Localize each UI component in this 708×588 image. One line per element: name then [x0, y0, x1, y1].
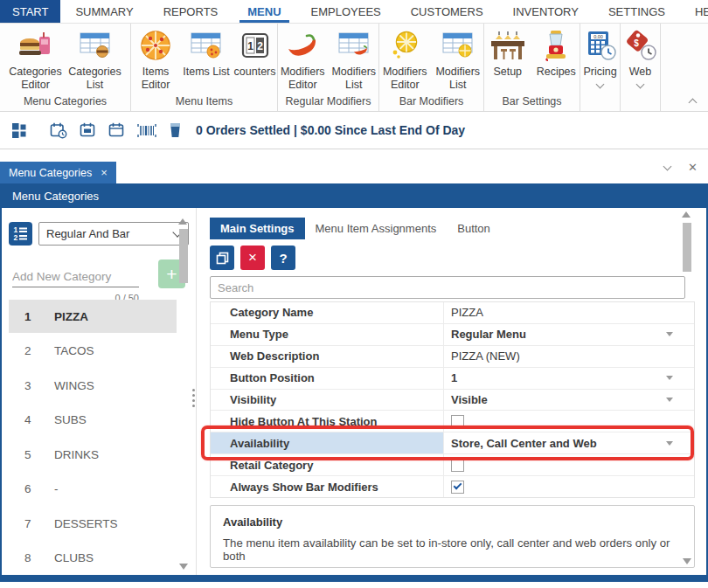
numbered-list-icon[interactable]: 12	[9, 222, 32, 246]
dropdown-arrow-icon[interactable]	[666, 332, 673, 336]
chevron-down-icon[interactable]	[663, 162, 672, 170]
ribbon-button-modifiers-list-regular-modifiers[interactable]: Modifiers List	[330, 28, 379, 92]
copy-icon	[216, 252, 229, 265]
ribbon-button-label: Modifiers List	[330, 66, 379, 92]
menu-item-inventory[interactable]: INVENTORY	[498, 0, 593, 23]
search-input[interactable]	[210, 276, 685, 299]
tab-menu-item-assignments[interactable]: Menu Item Assignments	[305, 218, 448, 239]
ribbon-button-counters-menu-items[interactable]: 12counters	[233, 28, 277, 79]
scroll-up-icon[interactable]	[178, 218, 187, 225]
duplicate-button[interactable]	[210, 246, 234, 270]
window-titlebar: Menu Categories	[2, 183, 706, 208]
ribbon-button-recipes-bar-settings[interactable]: Recipes	[533, 28, 580, 79]
menu-item-help[interactable]: HELP	[680, 0, 708, 23]
menu-item-summary[interactable]: SUMMARY	[60, 0, 148, 23]
category-number: 5	[24, 448, 54, 461]
category-number: 2	[24, 344, 54, 357]
property-value[interactable]: PIZZA (NEW)	[443, 346, 694, 367]
tiles-icon[interactable]	[12, 123, 27, 138]
property-value-dropdown[interactable]: Store, Call Center and Web	[443, 432, 694, 453]
barcode-icon[interactable]	[137, 123, 156, 138]
property-label: Retail Category	[211, 454, 443, 475]
calendar-icon[interactable]	[108, 122, 125, 139]
settings-panel: Main SettingsMenu Item AssignmentsButton…	[208, 208, 695, 570]
menu-item-settings[interactable]: SETTINGS	[593, 0, 680, 23]
ribbon-button-categories-editor-menu-categories[interactable]: Categories Editor	[7, 28, 65, 92]
property-checkbox[interactable]	[451, 481, 464, 494]
category-row-clubs[interactable]: 8CLUBS	[9, 542, 177, 572]
items-list-icon	[191, 32, 222, 59]
category-row-wings[interactable]: 3WINGS	[9, 369, 177, 402]
category-row-tacos[interactable]: 2TACOS	[9, 335, 177, 368]
tab-main-settings[interactable]: Main Settings	[210, 218, 305, 239]
pint-icon[interactable]	[169, 122, 182, 138]
ribbon-button-web[interactable]: $Web	[621, 28, 660, 87]
ribbon-button-items-list-menu-items[interactable]: Items List	[182, 28, 231, 79]
recipes-icon	[540, 30, 572, 61]
document-tabstrip: Menu Categories × ✕	[0, 149, 708, 183]
category-number: 4	[24, 413, 54, 426]
category-row-pizza[interactable]: 1PIZZA	[9, 300, 177, 333]
category-row-[interactable]: 6-	[9, 473, 177, 506]
scroll-thumb[interactable]	[683, 223, 691, 272]
category-row-desserts[interactable]: 7DESSERTS	[9, 507, 177, 540]
menu-item-start[interactable]: START	[0, 0, 60, 23]
description-title: Availability	[223, 515, 682, 529]
ribbon-button-modifiers-list-bar-modifiers[interactable]: Modifiers List	[433, 28, 484, 92]
dropdown-arrow-icon[interactable]	[666, 398, 673, 402]
property-value-dropdown[interactable]: Regular Menu	[443, 324, 694, 345]
calendar-clock-icon[interactable]	[50, 122, 67, 139]
ribbon-button-modifiers-editor-regular-modifiers[interactable]: Modifiers Editor	[278, 28, 328, 92]
dropdown-arrow-icon[interactable]	[666, 441, 673, 446]
ribbon-group-menu-items: Items EditorItems List12countersMenu Ite…	[131, 24, 278, 111]
ribbon-group-bar-modifiers: Modifiers EditorModifiers ListBar Modifi…	[379, 24, 484, 111]
splitter-grip[interactable]	[192, 387, 195, 408]
close-icon[interactable]: ✕	[688, 162, 698, 173]
add-category-input[interactable]	[12, 266, 139, 287]
delete-button[interactable]: ×	[240, 246, 265, 270]
ribbon-group-label: Menu Categories	[0, 95, 130, 111]
svg-text:2: 2	[14, 233, 18, 242]
ribbon-group-label: Bar Settings	[484, 95, 580, 111]
ribbon-button-setup-bar-settings[interactable]: Setup	[484, 28, 531, 79]
property-value-dropdown[interactable]: 1	[443, 368, 694, 389]
description-text: The menu item availability can be set to…	[223, 536, 682, 563]
ribbon-button-label: Categories Editor	[7, 66, 65, 92]
svg-text:$: $	[634, 38, 639, 48]
tab-button[interactable]: Button	[447, 218, 501, 239]
ribbon-button-label: Recipes	[537, 66, 576, 79]
window-title: Menu Categories	[12, 190, 99, 203]
ribbon-button-pricing[interactable]: 0,00Pricing	[580, 28, 620, 87]
menubar-items: STARTSUMMARYREPORTSMENUEMPLOYEESCUSTOMER…	[0, 0, 708, 23]
modifiers-list-icon	[338, 32, 370, 59]
ribbon-button-modifiers-editor-bar-modifiers[interactable]: Modifiers Editor	[379, 28, 431, 92]
scroll-thumb[interactable]	[179, 229, 188, 283]
category-row-drinks[interactable]: 5DRINKS	[9, 438, 177, 471]
menu-item-employees[interactable]: EMPLOYEES	[296, 0, 396, 23]
menu-item-menu[interactable]: MENU	[233, 0, 295, 23]
tab-close-icon[interactable]: ×	[101, 166, 108, 179]
tab-menu-categories[interactable]: Menu Categories ×	[0, 162, 116, 183]
property-value-text: Visible	[451, 393, 488, 406]
property-checkbox[interactable]	[451, 415, 464, 428]
chevron-down-icon	[596, 80, 605, 89]
property-value[interactable]: PIZZA	[443, 302, 694, 323]
menu-item-customers[interactable]: CUSTOMERS	[396, 0, 498, 23]
help-button[interactable]: ?	[271, 246, 295, 270]
dropdown-arrow-icon[interactable]	[666, 376, 673, 380]
settings-tabs: Main SettingsMenu Item AssignmentsButton	[210, 218, 501, 239]
scroll-down-icon[interactable]	[179, 564, 188, 570]
property-row-always-show-bar-modifiers: Always Show Bar Modifiers	[211, 476, 694, 497]
category-list-scrollbar[interactable]	[178, 218, 189, 570]
menu-item-reports[interactable]: REPORTS	[149, 0, 233, 23]
scroll-up-icon[interactable]	[682, 211, 691, 218]
property-checkbox[interactable]	[451, 459, 464, 472]
property-value-dropdown[interactable]: Visible	[443, 390, 694, 411]
ribbon-button-categories-list-menu-categories[interactable]: Categories List	[66, 28, 124, 92]
ribbon-button-items-editor-menu-items[interactable]: Items Editor	[131, 28, 180, 92]
category-row-subs[interactable]: 4SUBS	[9, 404, 177, 437]
property-value-text: Store, Call Center and Web	[451, 437, 597, 450]
calendar-export-icon[interactable]	[80, 122, 96, 139]
ribbon-groups: Categories EditorCategories ListMenu Cat…	[0, 24, 708, 111]
menu-type-filter-dropdown[interactable]: Regular And Bar	[38, 222, 189, 246]
